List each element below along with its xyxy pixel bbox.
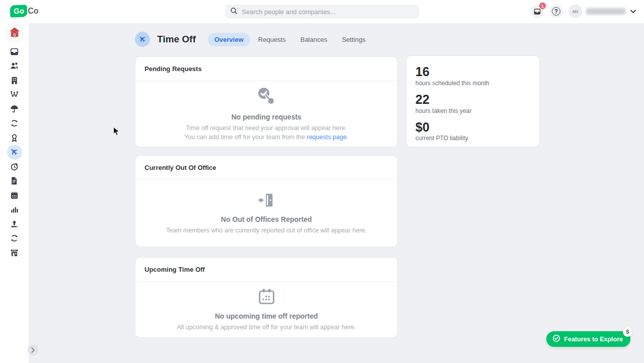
sidebar-item-company-home[interactable] bbox=[7, 25, 23, 41]
help-icon: ? bbox=[552, 7, 560, 16]
sidebar-item-sync-2[interactable] bbox=[6, 231, 23, 246]
sidebar-item-performance[interactable] bbox=[6, 131, 23, 145]
notification-badge: 1 bbox=[539, 2, 546, 10]
sidebar-item-team[interactable] bbox=[6, 59, 23, 74]
stat-scheduled-label: hours scheduled this month bbox=[415, 80, 530, 87]
chevron-down-icon bbox=[630, 10, 636, 14]
sidebar-item-import[interactable] bbox=[6, 217, 23, 231]
page-title: Time Off bbox=[157, 34, 196, 45]
pending-empty-desc: Time off request that need your approval… bbox=[184, 124, 348, 142]
page-header: Time Off Overview Requests Balances Sett… bbox=[135, 31, 372, 47]
features-to-explore-button[interactable]: Features to Explore 5 bbox=[546, 331, 630, 347]
sidebar-item-benefits[interactable] bbox=[6, 102, 23, 116]
sidebar-expand-button[interactable] bbox=[28, 345, 38, 355]
out-of-office-card-title: Currently Out Of Office bbox=[135, 156, 397, 180]
bar-chart-icon bbox=[10, 205, 19, 214]
door-exit-icon bbox=[257, 192, 276, 211]
sidebar-item-org-chart[interactable] bbox=[6, 88, 23, 102]
sidebar bbox=[0, 23, 29, 363]
upcoming-time-off-card: Upcoming Time Off No upcoming time off r… bbox=[135, 257, 398, 338]
requests-page-link[interactable]: requests page bbox=[307, 134, 346, 141]
stat-taken: 22 hours taken this year bbox=[415, 92, 530, 114]
user-menu[interactable]: MI bbox=[568, 5, 636, 18]
sidebar-item-calendar[interactable] bbox=[6, 188, 23, 203]
tab-bar: Overview Requests Balances Settings bbox=[208, 33, 372, 46]
check-circle-icon bbox=[552, 334, 560, 344]
upload-icon bbox=[10, 219, 19, 229]
notifications-button[interactable]: 1 bbox=[530, 5, 544, 18]
stat-scheduled: 16 hours scheduled this month bbox=[415, 65, 530, 87]
calendar-icon bbox=[10, 191, 19, 200]
company-icon bbox=[10, 76, 19, 85]
inbox-icon bbox=[10, 47, 19, 56]
goco-logo[interactable]: Go Co bbox=[10, 5, 39, 17]
sidebar-item-sync[interactable] bbox=[6, 116, 23, 131]
mouse-cursor bbox=[113, 127, 120, 139]
global-search[interactable] bbox=[225, 5, 419, 19]
sidebar-item-time-off[interactable] bbox=[6, 145, 23, 160]
upcoming-empty-desc: All upcoming & approved time off for you… bbox=[177, 323, 356, 332]
pending-requests-card: Pending Requests No pending requests Tim… bbox=[135, 56, 398, 147]
stat-taken-label: hours taken this year bbox=[415, 107, 530, 114]
search-icon bbox=[230, 7, 238, 17]
marketplace-icon bbox=[10, 248, 19, 258]
ooo-empty-title: No Out of Offices Reported bbox=[221, 215, 312, 223]
features-count-badge: 5 bbox=[623, 327, 632, 337]
sync-icon bbox=[10, 118, 19, 128]
sidebar-item-reports[interactable] bbox=[6, 203, 23, 217]
stat-taken-value: 22 bbox=[415, 92, 530, 107]
ooo-empty-desc: Team members who are currently reported … bbox=[166, 226, 367, 235]
barn-icon bbox=[9, 26, 21, 40]
avatar: MI bbox=[568, 5, 582, 18]
stat-liability-value: $0 bbox=[415, 120, 530, 135]
tab-balances[interactable]: Balances bbox=[294, 33, 333, 46]
time-off-header-icon bbox=[135, 32, 150, 47]
calendar-empty-icon bbox=[257, 287, 276, 308]
org-chart-icon bbox=[10, 90, 19, 99]
award-icon bbox=[10, 133, 19, 143]
document-icon bbox=[10, 176, 19, 186]
top-bar: Go Co 1 ? MI bbox=[0, 0, 644, 23]
features-to-explore-label: Features to Explore bbox=[564, 336, 623, 343]
airplane-icon bbox=[7, 145, 22, 160]
approve-hand-icon bbox=[255, 86, 278, 108]
upcoming-empty-title: No upcoming time off reported bbox=[215, 312, 318, 320]
sidebar-item-documents[interactable] bbox=[6, 174, 23, 189]
sync-icon bbox=[10, 233, 19, 243]
tab-overview[interactable]: Overview bbox=[208, 33, 250, 46]
pending-empty-title: No pending requests bbox=[231, 113, 301, 121]
stat-liability: $0 current PTO liability bbox=[415, 120, 530, 142]
help-button[interactable]: ? bbox=[549, 5, 563, 18]
sidebar-item-marketplace[interactable] bbox=[6, 246, 23, 260]
time-off-stats-card: 16 hours scheduled this month 22 hours t… bbox=[406, 55, 540, 147]
sidebar-item-time-tracking[interactable] bbox=[6, 159, 23, 174]
user-name-redacted bbox=[586, 8, 625, 15]
pending-requests-card-title: Pending Requests bbox=[135, 57, 397, 81]
upcoming-time-off-card-title: Upcoming Time Off bbox=[135, 258, 397, 282]
sidebar-item-inbox[interactable] bbox=[6, 44, 23, 59]
out-of-office-card: Currently Out Of Office No Out of Office… bbox=[135, 155, 398, 247]
goco-logo-badge: Go bbox=[10, 5, 28, 17]
sidebar-item-company[interactable] bbox=[6, 73, 23, 88]
stat-liability-label: current PTO liability bbox=[415, 135, 530, 142]
chevron-right-icon bbox=[31, 347, 35, 353]
tab-requests[interactable]: Requests bbox=[252, 33, 293, 46]
stat-scheduled-value: 16 bbox=[415, 65, 530, 79]
search-input[interactable] bbox=[242, 8, 414, 16]
umbrella-icon bbox=[10, 104, 19, 114]
airplane-icon bbox=[138, 35, 147, 43]
team-icon bbox=[10, 61, 19, 71]
tab-settings[interactable]: Settings bbox=[335, 33, 372, 46]
timer-icon bbox=[10, 162, 19, 171]
